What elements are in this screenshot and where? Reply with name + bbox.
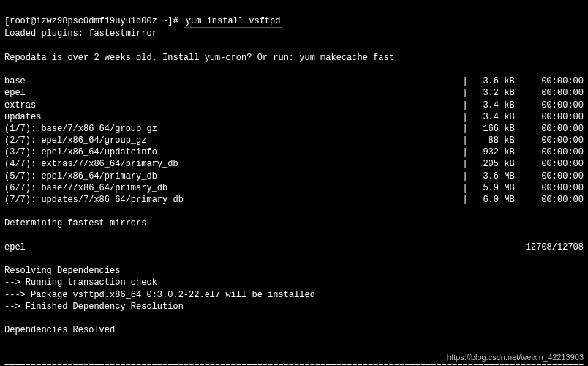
- download-row: (4/7): extras/7/x86_64/primary_db|205 kB…: [4, 158, 584, 170]
- download-time: 00:00:00: [525, 123, 584, 135]
- resolve-line: Dependencies Resolved: [4, 324, 584, 336]
- download-name: (6/7): base/7/x86_64/primary_db: [4, 182, 167, 194]
- resolve-line: ---> Package vsftpd.x86_64 0:3.0.2-22.el…: [4, 289, 584, 301]
- resolve-block: Resolving Dependencies--> Running transa…: [4, 265, 584, 348]
- watermark: https://blog.csdn.net/weixin_42213903: [447, 352, 584, 363]
- download-row: (3/7): epel/x86_64/updateinfo|932 kB 00:…: [4, 146, 584, 158]
- download-size: 6.0 MB: [471, 194, 515, 206]
- plugins-line: Loaded plugins: fastestmirror: [4, 28, 584, 40]
- download-size: 5.9 MB: [471, 182, 515, 194]
- download-name: (3/7): epel/x86_64/updateinfo: [4, 146, 157, 158]
- download-name: updates: [4, 111, 41, 123]
- download-size: 3.6 MB: [471, 171, 515, 182]
- resolve-line: Resolving Dependencies: [4, 265, 584, 277]
- download-row: (7/7): updates/7/x86_64/primary_db|6.0 M…: [4, 194, 584, 206]
- download-size: 166 kB: [471, 123, 515, 135]
- download-name: extras: [4, 100, 36, 111]
- download-name: (1/7): base/7/x86_64/group_gz: [4, 123, 157, 135]
- download-name: epel: [4, 87, 26, 99]
- download-size: 3.4 kB: [471, 100, 515, 111]
- download-size: 3.6 kB: [471, 75, 515, 87]
- download-name: (7/7): updates/7/x86_64/primary_db: [4, 194, 184, 206]
- download-row: (6/7): base/7/x86_64/primary_db|5.9 MB 0…: [4, 182, 584, 194]
- download-size: 3.4 kB: [471, 111, 515, 123]
- epel-count: 12708/12708: [526, 242, 584, 253]
- download-name: base: [4, 75, 26, 87]
- download-row: (5/7): epel/x86_64/primary_db|3.6 MB 00:…: [4, 171, 584, 182]
- download-time: 00:00:00: [525, 100, 584, 111]
- download-time: 00:00:00: [525, 75, 584, 87]
- terminal-output: [root@izwz98psc0dmfi9uyu1d00z ~]# yum in…: [0, 0, 588, 366]
- shell-prompt: [root@izwz98psc0dmfi9uyu1d00z ~]#: [4, 16, 184, 26]
- determining-mirrors: Determining fastest mirrors: [4, 217, 584, 229]
- download-row: (2/7): epel/x86_64/group_gz|88 kB 00:00:…: [4, 135, 584, 146]
- epel-count-row: epel 12708/12708: [4, 242, 584, 253]
- resolve-line: --> Finished Dependency Resolution: [4, 301, 584, 313]
- download-row: base|3.6 kB 00:00:00: [4, 75, 584, 87]
- resolve-line: [4, 313, 584, 324]
- download-name: (4/7): extras/7/x86_64/primary_db: [4, 158, 178, 170]
- download-size: 3.2 kB: [471, 87, 515, 99]
- download-size: 88 kB: [471, 135, 515, 146]
- download-row: updates|3.4 kB 00:00:00: [4, 111, 584, 123]
- download-row: (1/7): base/7/x86_64/group_gz|166 kB 00:…: [4, 123, 584, 135]
- repodata-line: Repodata is over 2 weeks old. Install yu…: [4, 52, 584, 64]
- download-name: (2/7): epel/x86_64/group_gz: [4, 135, 146, 146]
- download-size: 205 kB: [471, 158, 515, 170]
- resolve-line: [4, 336, 584, 348]
- download-row: epel|3.2 kB 00:00:00: [4, 87, 584, 99]
- download-time: 00:00:00: [525, 158, 584, 170]
- highlighted-command: yum install vsftpd: [184, 15, 283, 28]
- download-time: 00:00:00: [525, 146, 584, 158]
- download-time: 00:00:00: [525, 111, 584, 123]
- download-time: 00:00:00: [525, 171, 584, 182]
- download-time: 00:00:00: [525, 194, 584, 206]
- download-name: (5/7): epel/x86_64/primary_db: [4, 171, 157, 182]
- epel-label: epel: [4, 242, 26, 253]
- download-row: extras|3.4 kB 00:00:00: [4, 100, 584, 111]
- download-time: 00:00:00: [525, 135, 584, 146]
- download-time: 00:00:00: [525, 182, 584, 194]
- download-size: 932 kB: [471, 146, 515, 158]
- download-progress-block: base|3.6 kB 00:00:00epel|3.2 kB 00:00:00…: [4, 75, 584, 206]
- download-time: 00:00:00: [525, 87, 584, 99]
- resolve-line: --> Running transaction check: [4, 277, 584, 288]
